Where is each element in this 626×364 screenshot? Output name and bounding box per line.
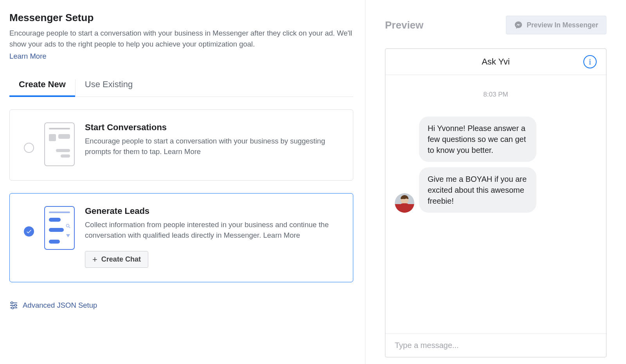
start-conversations-illustration	[44, 122, 75, 166]
svg-marker-12	[66, 234, 70, 237]
option-generate-leads[interactable]: Generate Leads Collect information from …	[9, 193, 353, 283]
chat-input-area	[385, 334, 606, 357]
chat-message-bubble: Hi Yvonne! Please answer a few questions…	[419, 117, 536, 162]
option-start-conversations[interactable]: Start Conversations Encourage people to …	[9, 109, 353, 181]
generate-leads-illustration	[44, 206, 75, 250]
svg-rect-8	[49, 218, 61, 222]
svg-rect-7	[49, 212, 70, 213]
svg-rect-4	[56, 149, 70, 152]
setup-panel: Messenger Setup Encourage people to star…	[0, 0, 365, 364]
chat-message-row: Give me a BOYAH if you are excited about…	[395, 167, 597, 213]
svg-line-10	[69, 227, 70, 228]
page-title: Messenger Setup	[9, 12, 353, 24]
radio-start-conversations[interactable]	[24, 143, 34, 153]
svg-rect-11	[49, 228, 64, 232]
chat-message-bubble: Give me a BOYAH if you are excited about…	[419, 167, 536, 213]
chat-message-input[interactable]	[395, 341, 597, 350]
preview-in-messenger-button[interactable]: Preview In Messenger	[506, 16, 606, 34]
svg-point-19	[12, 307, 14, 309]
svg-point-17	[11, 302, 13, 304]
create-chat-label: Create Chat	[101, 255, 141, 264]
svg-point-9	[67, 224, 69, 227]
svg-rect-24	[399, 203, 410, 213]
svg-rect-1	[49, 128, 70, 129]
avatar	[395, 193, 414, 213]
chat-message-row: Hi Yvonne! Please answer a few questions…	[395, 117, 597, 162]
sliders-icon	[9, 301, 18, 310]
advanced-json-label: Advanced JSON Setup	[23, 301, 97, 310]
chat-title: Ask Yvi	[482, 57, 510, 67]
info-icon[interactable]: i	[583, 55, 597, 68]
svg-point-18	[14, 304, 16, 306]
svg-rect-5	[61, 154, 70, 158]
advanced-json-setup-link[interactable]: Advanced JSON Setup	[9, 301, 353, 310]
messenger-icon	[514, 21, 523, 29]
radio-generate-leads[interactable]	[24, 226, 34, 237]
chat-preview: Ask Yvi i 8:03 PM Hi Yvonne! Please answ…	[385, 48, 606, 357]
tab-use-existing[interactable]: Use Existing	[75, 79, 142, 97]
chat-timestamp: 8:03 PM	[395, 91, 597, 99]
svg-rect-3	[58, 134, 70, 139]
svg-rect-13	[49, 240, 60, 244]
svg-rect-2	[49, 134, 56, 141]
page-description: Encourage people to start a conversation…	[9, 28, 353, 50]
tab-create-new[interactable]: Create New	[9, 79, 75, 97]
generate-leads-learn-more-link[interactable]: Learn More	[263, 231, 300, 239]
preview-button-label: Preview In Messenger	[527, 21, 598, 29]
option-description: Encourage people to start a conversation…	[85, 137, 325, 156]
preview-panel: Preview Preview In Messenger Ask Yvi i 8…	[365, 0, 626, 364]
option-title: Generate Leads	[85, 206, 338, 216]
create-chat-button[interactable]: + Create Chat	[85, 251, 148, 268]
start-conversations-learn-more-link[interactable]: Learn More	[164, 147, 201, 156]
chat-header: Ask Yvi i	[385, 49, 606, 75]
tabs-container: Create New Use Existing	[9, 79, 353, 97]
preview-heading: Preview	[385, 19, 423, 31]
option-title: Start Conversations	[85, 122, 338, 133]
header-learn-more-link[interactable]: Learn More	[9, 52, 47, 61]
